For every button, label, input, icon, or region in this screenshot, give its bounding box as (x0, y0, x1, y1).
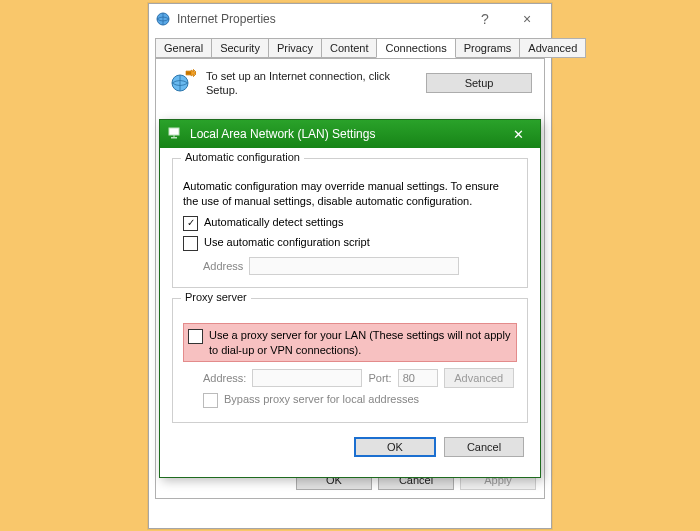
proxy-port-input (398, 369, 438, 387)
lan-cancel-button[interactable]: Cancel (444, 437, 524, 457)
script-address-label: Address (203, 260, 243, 272)
tab-advanced[interactable]: Advanced (519, 38, 586, 58)
auto-detect-checkbox[interactable]: ✓ (183, 216, 198, 231)
script-address-row: Address (203, 257, 517, 275)
internet-options-icon (155, 11, 171, 27)
lan-title-icon (168, 126, 182, 143)
proxy-address-input (252, 369, 362, 387)
bypass-checkbox (203, 393, 218, 408)
tab-strip: General Security Privacy Content Connect… (155, 36, 545, 59)
tab-content[interactable]: Content (321, 38, 378, 58)
close-button[interactable]: × (509, 5, 545, 33)
internet-properties-window: Internet Properties ? × General Security… (148, 3, 552, 529)
use-script-row[interactable]: Use automatic configuration script (183, 235, 517, 251)
tab-connections[interactable]: Connections (376, 38, 455, 58)
setup-text: To set up an Internet connection, click … (206, 69, 416, 98)
bypass-label: Bypass proxy server for local addresses (224, 392, 419, 407)
proxy-address-row: Address: Port: Advanced (203, 368, 517, 388)
lan-titlebar: Local Area Network (LAN) Settings ✕ (160, 120, 540, 148)
tab-privacy[interactable]: Privacy (268, 38, 322, 58)
help-button[interactable]: ? (467, 5, 503, 33)
svg-rect-2 (169, 128, 179, 135)
automatic-configuration-group: Automatic configuration Automatic config… (172, 158, 528, 288)
auto-detect-label: Automatically detect settings (204, 215, 343, 230)
use-proxy-checkbox[interactable] (188, 329, 203, 344)
window-title: Internet Properties (177, 12, 276, 26)
tab-general[interactable]: General (155, 38, 212, 58)
lan-settings-dialog: Local Area Network (LAN) Settings ✕ Auto… (159, 119, 541, 478)
svg-rect-4 (174, 135, 175, 137)
use-script-checkbox[interactable] (183, 236, 198, 251)
lan-title-text: Local Area Network (LAN) Settings (190, 127, 375, 141)
setup-row: To set up an Internet connection, click … (168, 69, 532, 98)
script-address-input (249, 257, 459, 275)
use-script-label: Use automatic configuration script (204, 235, 370, 250)
tab-security[interactable]: Security (211, 38, 269, 58)
svg-rect-3 (171, 137, 177, 139)
auto-detect-row[interactable]: ✓ Automatically detect settings (183, 215, 517, 231)
proxy-server-group: Proxy server Use a proxy server for your… (172, 298, 528, 424)
lan-dialog-buttons: OK Cancel (172, 433, 528, 467)
globe-arrow-icon (168, 69, 196, 97)
use-proxy-label: Use a proxy server for your LAN (These s… (209, 328, 512, 358)
lan-close-button[interactable]: ✕ (504, 127, 532, 142)
auto-description: Automatic configuration may override man… (183, 179, 517, 209)
proxy-port-label: Port: (368, 372, 391, 384)
lan-ok-button[interactable]: OK (354, 437, 436, 457)
setup-button[interactable]: Setup (426, 73, 532, 93)
auto-group-legend: Automatic configuration (181, 151, 304, 163)
proxy-group-legend: Proxy server (181, 291, 251, 303)
titlebar: Internet Properties ? × (149, 4, 551, 34)
bypass-row: Bypass proxy server for local addresses (203, 392, 517, 408)
advanced-button: Advanced (444, 368, 514, 388)
tab-programs[interactable]: Programs (455, 38, 521, 58)
lan-body: Automatic configuration Automatic config… (160, 148, 540, 477)
proxy-address-label: Address: (203, 372, 246, 384)
use-proxy-row[interactable]: Use a proxy server for your LAN (These s… (183, 323, 517, 363)
